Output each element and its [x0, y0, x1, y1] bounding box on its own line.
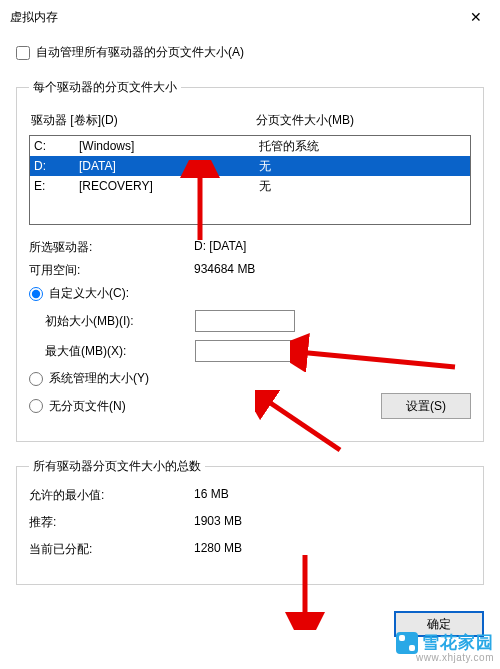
drive-letter: D:	[34, 157, 79, 175]
watermark-icon	[396, 632, 418, 654]
min-allowed-label: 允许的最小值:	[29, 487, 194, 504]
initial-size-label: 初始大小(MB)(I):	[45, 313, 195, 330]
set-button[interactable]: 设置(S)	[381, 393, 471, 419]
system-managed-label: 系统管理的大小(Y)	[49, 370, 149, 387]
no-paging-radio[interactable]: 无分页文件(N)	[29, 398, 126, 415]
column-size-label: 分页文件大小(MB)	[256, 112, 469, 129]
drive-letter: C:	[34, 137, 79, 155]
auto-manage-checkbox[interactable]: 自动管理所有驱动器的分页文件大小(A)	[16, 44, 484, 61]
totals-legend: 所有驱动器分页文件大小的总数	[29, 458, 205, 475]
current-value: 1280 MB	[194, 541, 471, 558]
watermark: 雪花家园 www.xhjaty.com	[396, 631, 494, 663]
min-allowed-value: 16 MB	[194, 487, 471, 504]
auto-manage-label: 自动管理所有驱动器的分页文件大小(A)	[36, 44, 244, 61]
recommended-value: 1903 MB	[194, 514, 471, 531]
free-space-label: 可用空间:	[29, 262, 194, 279]
no-paging-label: 无分页文件(N)	[49, 398, 126, 415]
drive-size: 托管的系统	[259, 137, 466, 155]
drive-label: [RECOVERY]	[79, 177, 259, 195]
custom-size-radio[interactable]: 自定义大小(C):	[29, 285, 471, 302]
watermark-url: www.xhjaty.com	[416, 652, 494, 663]
drive-size: 无	[259, 177, 466, 195]
free-space-value: 934684 MB	[194, 262, 471, 279]
initial-size-input[interactable]	[195, 310, 295, 332]
drive-letter: E:	[34, 177, 79, 195]
radio-none[interactable]	[29, 399, 43, 413]
close-icon[interactable]: ✕	[462, 7, 490, 27]
drive-row[interactable]: C: [Windows] 托管的系统	[30, 136, 470, 156]
totals-group: 所有驱动器分页文件大小的总数 允许的最小值: 16 MB 推荐: 1903 MB…	[16, 458, 484, 585]
drives-group: 每个驱动器的分页文件大小 驱动器 [卷标](D) 分页文件大小(MB) C: […	[16, 79, 484, 442]
radio-system[interactable]	[29, 372, 43, 386]
radio-custom[interactable]	[29, 287, 43, 301]
drive-size: 无	[259, 157, 466, 175]
drive-label: [Windows]	[79, 137, 259, 155]
drive-row[interactable]: E: [RECOVERY] 无	[30, 176, 470, 196]
system-managed-radio[interactable]: 系统管理的大小(Y)	[29, 370, 471, 387]
drive-list[interactable]: C: [Windows] 托管的系统 D: [DATA] 无 E: [RECOV…	[29, 135, 471, 225]
column-drive-label: 驱动器 [卷标](D)	[31, 112, 256, 129]
custom-size-label: 自定义大小(C):	[49, 285, 129, 302]
watermark-text: 雪花家园	[422, 631, 494, 654]
selected-drive-label: 所选驱动器:	[29, 239, 194, 256]
drive-label: [DATA]	[79, 157, 259, 175]
selected-drive-value: D: [DATA]	[194, 239, 471, 256]
current-label: 当前已分配:	[29, 541, 194, 558]
drive-row[interactable]: D: [DATA] 无	[30, 156, 470, 176]
max-size-label: 最大值(MB)(X):	[45, 343, 195, 360]
max-size-input[interactable]	[195, 340, 295, 362]
dialog-title: 虚拟内存	[10, 9, 58, 26]
auto-manage-input[interactable]	[16, 46, 30, 60]
drives-legend: 每个驱动器的分页文件大小	[29, 79, 181, 96]
recommended-label: 推荐:	[29, 514, 194, 531]
